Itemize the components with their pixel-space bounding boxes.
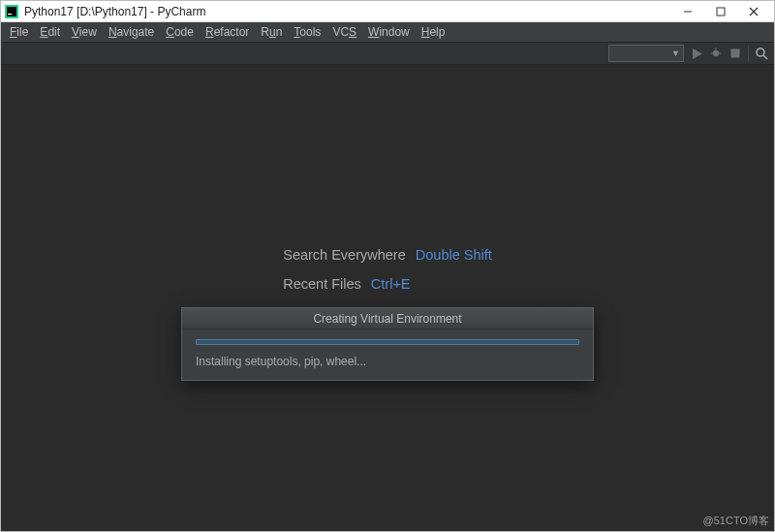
stop-icon[interactable] bbox=[728, 47, 742, 60]
hint-label: Search Everywhere bbox=[283, 247, 406, 263]
progress-bar bbox=[196, 339, 579, 345]
hint-recent-files: Recent Files Ctrl+E bbox=[283, 276, 492, 292]
editor-empty-state: Search Everywhere Double Shift Recent Fi… bbox=[1, 65, 774, 531]
debug-icon[interactable] bbox=[709, 47, 723, 60]
app-window: Python17 [D:\Python17] - PyCharm File Ed… bbox=[0, 0, 775, 532]
progress-dialog: Creating Virtual Environment Installing … bbox=[181, 307, 594, 381]
menu-refactor[interactable]: Refactor bbox=[201, 24, 254, 40]
menu-edit[interactable]: Edit bbox=[35, 24, 65, 40]
window-title: Python17 [D:\Python17] - PyCharm bbox=[24, 5, 205, 18]
watermark: @51CTO博客 bbox=[703, 514, 769, 528]
svg-rect-12 bbox=[731, 49, 740, 58]
minimize-button[interactable] bbox=[671, 2, 704, 21]
dialog-body: Installing setuptools, pip, wheel... bbox=[182, 329, 593, 380]
run-config-dropdown[interactable]: ▼ bbox=[608, 45, 684, 62]
svg-point-13 bbox=[757, 48, 764, 56]
hint-label: Recent Files bbox=[283, 276, 361, 292]
svg-rect-1 bbox=[7, 7, 16, 16]
menu-navigate[interactable]: Navigate bbox=[104, 24, 159, 40]
menu-code[interactable]: Code bbox=[161, 24, 199, 40]
pycharm-icon bbox=[5, 5, 18, 18]
close-button[interactable] bbox=[737, 2, 770, 21]
svg-rect-4 bbox=[717, 8, 725, 16]
search-icon[interactable] bbox=[755, 47, 768, 60]
menu-file[interactable]: File bbox=[5, 24, 33, 40]
svg-point-8 bbox=[713, 50, 719, 56]
titlebar: Python17 [D:\Python17] - PyCharm bbox=[1, 1, 774, 22]
menu-run[interactable]: Run bbox=[256, 24, 287, 40]
hint-search-everywhere: Search Everywhere Double Shift bbox=[283, 247, 492, 263]
menu-window[interactable]: Window bbox=[363, 24, 415, 40]
toolbar: ▼ bbox=[1, 42, 774, 65]
menu-view[interactable]: View bbox=[67, 24, 102, 40]
dialog-title: Creating Virtual Environment bbox=[182, 308, 593, 329]
menubar: File Edit View Navigate Code Refactor Ru… bbox=[1, 22, 774, 42]
svg-marker-7 bbox=[693, 48, 702, 59]
menu-help[interactable]: Help bbox=[417, 24, 450, 40]
menu-vcs[interactable]: VCS bbox=[327, 24, 361, 40]
dialog-status: Installing setuptools, pip, wheel... bbox=[196, 355, 579, 368]
chevron-down-icon: ▼ bbox=[671, 48, 680, 58]
menu-tools[interactable]: Tools bbox=[289, 24, 326, 40]
maximize-button[interactable] bbox=[704, 2, 737, 21]
toolbar-divider bbox=[748, 46, 749, 61]
run-icon[interactable] bbox=[690, 47, 703, 60]
svg-line-14 bbox=[763, 55, 767, 59]
hint-shortcut: Ctrl+E bbox=[371, 276, 411, 292]
hint-shortcut: Double Shift bbox=[416, 247, 492, 263]
svg-rect-2 bbox=[8, 14, 12, 15]
